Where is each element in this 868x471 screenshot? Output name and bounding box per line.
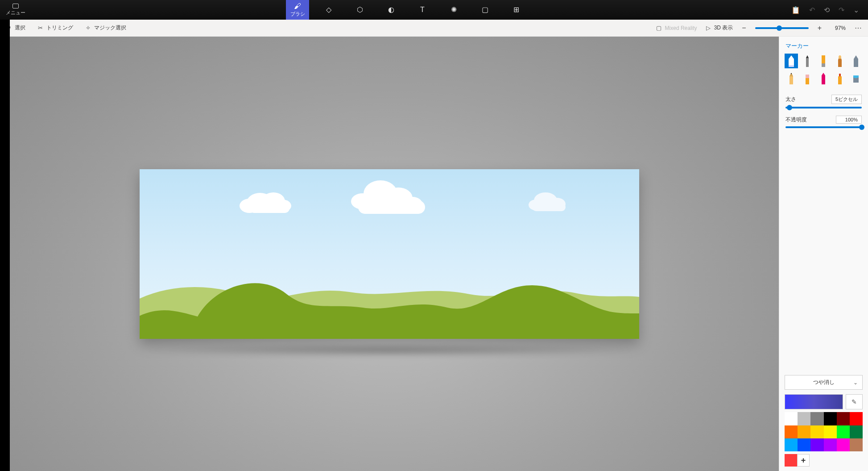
folder-icon [12, 4, 19, 8]
calligraphy-icon [803, 55, 812, 67]
redo-icon[interactable]: ↷ [839, 6, 844, 14]
svg-rect-21 [839, 74, 841, 76]
magic-select-button[interactable]: ✧ マジック選択 [86, 24, 126, 32]
custom-swatch[interactable] [785, 454, 797, 467]
play-icon: ▷ [706, 25, 711, 31]
cube-icon: ⬡ [357, 6, 363, 13]
opacity-block: 不透明度 100% [779, 112, 868, 132]
spray-can-icon [835, 73, 844, 84]
brush-oil[interactable] [817, 54, 830, 68]
sticker-icon: ◐ [388, 6, 394, 13]
palette-swatch[interactable] [824, 438, 837, 451]
topbar-right: 📋 ↶ ⟲ ↷ ⌄ [782, 0, 868, 20]
zoom-out-button[interactable]: − [742, 24, 746, 32]
tool-2d-shapes[interactable]: ◇ [317, 0, 340, 20]
canvas[interactable] [140, 169, 639, 339]
palette-swatch[interactable] [810, 425, 823, 438]
opacity-thumb[interactable] [859, 125, 864, 130]
canvas-area [0, 37, 779, 471]
tool-3d-library[interactable]: ⊞ [504, 0, 528, 20]
palette-swatch[interactable] [824, 412, 837, 425]
tool-text[interactable]: T [411, 0, 434, 20]
history-icon[interactable]: ⟲ [824, 6, 830, 14]
opacity-value[interactable]: 100% [836, 116, 862, 124]
opacity-slider[interactable] [785, 126, 862, 128]
more-icon[interactable]: ⋯ [855, 24, 862, 32]
palette-swatch[interactable] [824, 425, 837, 438]
palette-swatch[interactable] [798, 425, 810, 438]
palette-swatch[interactable] [837, 412, 850, 425]
brush-calligraphy[interactable] [801, 54, 814, 68]
shapes-2d-icon: ◇ [326, 6, 331, 13]
subbar-right: ▢ Mixed Reality ▷ 3D 表示 − + 97% ⋯ [656, 24, 862, 32]
material-label: つや消し [813, 379, 835, 386]
canvas-icon: ▢ [482, 6, 488, 13]
brush-pencil[interactable] [785, 71, 798, 86]
mr-icon: ▢ [656, 25, 661, 31]
tool-brush-label: ブラシ [290, 11, 305, 17]
mixed-reality-label: Mixed Reality [665, 25, 697, 31]
oil-brush-icon [819, 55, 828, 67]
brush-spray[interactable] [833, 71, 847, 86]
palette-swatch[interactable] [850, 425, 863, 438]
current-color-row: ✎ [785, 394, 863, 409]
tool-canvas[interactable]: ▢ [473, 0, 496, 20]
undo-icon[interactable]: ↶ [809, 6, 815, 14]
palette-swatch[interactable] [837, 438, 850, 451]
palette-swatch[interactable] [850, 412, 863, 425]
crayon-icon [819, 73, 828, 84]
current-color[interactable] [785, 394, 843, 409]
tool-stickers[interactable]: ◐ [380, 0, 403, 20]
topbar: メニュー 🖌 ブラシ ◇ ⬡ ◐ T ✺ ▢ ⊞ 📋 ↶ ⟲ ↷ ⌄ [0, 0, 868, 20]
pixel-pen-icon [851, 55, 860, 67]
menu-button[interactable]: メニュー [0, 0, 31, 20]
pencil-icon [787, 73, 796, 84]
palette-swatch[interactable] [798, 438, 810, 451]
material-select[interactable]: つや消し [785, 375, 863, 390]
thickness-slider[interactable] [785, 107, 862, 108]
palette-swatch[interactable] [810, 412, 823, 425]
palette-swatch[interactable] [837, 425, 850, 438]
svg-point-17 [791, 73, 792, 74]
brush-fill[interactable] [849, 71, 863, 86]
svg-rect-18 [806, 75, 809, 78]
subbar: ⬈ 選択 ✂ トリミング ✧ マジック選択 ▢ Mixed Reality ▷ … [0, 20, 868, 37]
subbar-left: ⬈ 選択 ✂ トリミング ✧ マジック選択 [6, 24, 126, 32]
view-3d-button[interactable]: ▷ 3D 表示 [706, 24, 733, 32]
thickness-thumb[interactable] [787, 105, 792, 110]
crop-button[interactable]: ✂ トリミング [38, 24, 73, 32]
zoom-in-button[interactable]: + [818, 24, 822, 32]
tool-effects[interactable]: ✺ [442, 0, 465, 20]
paste-icon[interactable]: 📋 [791, 6, 800, 14]
palette-swatch[interactable] [785, 438, 798, 451]
palette-swatch[interactable] [850, 438, 863, 451]
palette-swatch[interactable] [798, 412, 810, 425]
eyedropper-button[interactable]: ✎ [846, 394, 863, 409]
topbar-tools: 🖌 ブラシ ◇ ⬡ ◐ T ✺ ▢ ⊞ [31, 0, 782, 20]
tool-brush[interactable]: 🖌 ブラシ [286, 0, 309, 20]
right-panel: マーカー [779, 37, 868, 471]
crop-label: トリミング [46, 24, 73, 32]
svg-rect-15 [822, 63, 825, 67]
brush-eraser[interactable] [801, 71, 814, 86]
thickness-value[interactable]: 5ピクセル [831, 95, 862, 104]
menu-label: メニュー [6, 9, 25, 16]
zoom-slider[interactable] [755, 27, 809, 29]
watercolor-icon [835, 55, 844, 67]
brush-marker[interactable] [785, 54, 798, 68]
magic-icon: ✧ [86, 25, 91, 31]
palette-swatch[interactable] [785, 412, 798, 425]
palette-swatch[interactable] [810, 438, 823, 451]
brush-crayon[interactable] [817, 71, 830, 86]
add-color-button[interactable]: + [797, 454, 810, 467]
eraser-icon [803, 73, 812, 84]
library-icon: ⊞ [513, 6, 519, 13]
brush-watercolor[interactable] [833, 54, 847, 68]
view-3d-label: 3D 表示 [714, 24, 733, 32]
brush-pixel[interactable] [849, 54, 863, 68]
tool-3d-shapes[interactable]: ⬡ [348, 0, 372, 20]
palette-swatch[interactable] [785, 425, 798, 438]
chevron-down-icon[interactable]: ⌄ [853, 6, 859, 14]
main: マーカー [0, 37, 868, 471]
svg-rect-4 [249, 204, 289, 213]
